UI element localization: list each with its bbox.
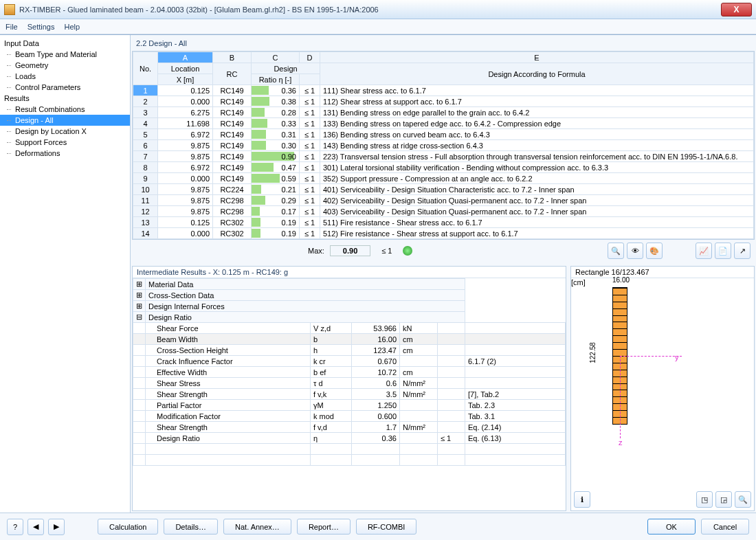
cell-cond[interactable]: ≤ 1 [300, 96, 320, 107]
view1-icon[interactable]: ◳ [696, 491, 713, 508]
cell-ratio[interactable]: 0.90 [252, 151, 300, 162]
sidebar-item[interactable]: Result Combinations [0, 104, 130, 115]
cell-formula[interactable]: 401) Serviceability - Design Situation C… [320, 184, 754, 195]
cell-x[interactable]: 9.875 [158, 206, 213, 217]
cell-cond[interactable]: ≤ 1 [300, 118, 320, 129]
cell-cond[interactable]: ≤ 1 [300, 228, 320, 239]
cell-rc[interactable]: RC298 [213, 195, 252, 206]
cell-x[interactable]: 0.000 [158, 96, 213, 107]
cell-cond[interactable]: ≤ 1 [300, 184, 320, 195]
cell-formula[interactable]: 111) Shear stress acc. to 6.1.7 [320, 85, 754, 96]
tool-view-icon[interactable]: 👁 [627, 243, 643, 259]
cell-formula[interactable]: 223) Transversal tension stress - Full a… [320, 151, 754, 162]
cell-x[interactable]: 0.000 [158, 173, 213, 184]
sidebar-item[interactable]: Support Forces [0, 137, 130, 148]
cell-ratio[interactable]: 0.31 [252, 129, 300, 140]
col-no[interactable]: No. [133, 52, 158, 85]
cell-rc[interactable]: RC149 [213, 96, 252, 107]
tool-color-icon[interactable]: 🎨 [646, 243, 663, 259]
cell-formula[interactable]: 133) Bending stress on tapered edge acc.… [320, 118, 754, 129]
cell-cond[interactable]: ≤ 1 [300, 195, 320, 206]
cell-rc[interactable]: RC302 [213, 228, 252, 239]
calculation-button[interactable]: Calculation [98, 519, 158, 535]
cell-cond[interactable]: ≤ 1 [300, 129, 320, 140]
cell-rc[interactable]: RC149 [213, 129, 252, 140]
menu-settings[interactable]: Settings [27, 23, 55, 31]
cell-formula[interactable]: 512) Fire resistance - Shear stress at s… [320, 228, 754, 239]
cell-x[interactable]: 6.275 [158, 107, 213, 118]
row-num[interactable]: 10 [133, 184, 158, 195]
cell-ratio[interactable]: 0.29 [252, 195, 300, 206]
sidebar-item[interactable]: Geometry [0, 60, 130, 71]
cell-x[interactable]: 9.875 [158, 151, 213, 162]
group-label[interactable]: Material Data [146, 279, 465, 290]
zoom-icon[interactable]: 🔍 [735, 491, 751, 508]
help-icon[interactable]: ? [7, 519, 23, 535]
row-num[interactable]: 14 [133, 228, 158, 239]
tool-graph-icon[interactable]: 📈 [696, 243, 712, 259]
cell-x[interactable]: 6.972 [158, 162, 213, 173]
tree-input[interactable]: Input Data [0, 38, 130, 49]
cell-rc[interactable]: RC298 [213, 206, 252, 217]
cell-formula[interactable]: 131) Bending stress on edge parallel to … [320, 107, 754, 118]
group-label[interactable]: Design Ratio [146, 312, 465, 323]
row-num[interactable]: 13 [133, 217, 158, 228]
cell-cond[interactable]: ≤ 1 [300, 217, 320, 228]
details-button[interactable]: Details… [164, 519, 218, 535]
cell-rc[interactable]: RC149 [213, 162, 252, 173]
cell-rc[interactable]: RC149 [213, 107, 252, 118]
cell-cond[interactable]: ≤ 1 [300, 162, 320, 173]
tool-filter-icon[interactable]: 🔍 [608, 243, 624, 259]
row-num[interactable]: 5 [133, 129, 158, 140]
row-num[interactable]: 7 [133, 151, 158, 162]
close-button[interactable]: X [721, 3, 752, 16]
cell-ratio[interactable]: 0.47 [252, 162, 300, 173]
row-num[interactable]: 4 [133, 118, 158, 129]
cell-formula[interactable]: 301) Lateral torsional stability verific… [320, 162, 754, 173]
cell-rc[interactable]: RC149 [213, 151, 252, 162]
row-num[interactable]: 11 [133, 195, 158, 206]
col-C[interactable]: C [252, 52, 300, 63]
cell-ratio[interactable]: 0.36 [252, 85, 300, 96]
cell-x[interactable]: 0.125 [158, 85, 213, 96]
tool-export-icon[interactable]: ↗ [734, 243, 751, 259]
cell-cond[interactable]: ≤ 1 [300, 206, 320, 217]
cell-rc[interactable]: RC149 [213, 140, 252, 151]
expand-icon[interactable]: ⊞ [133, 301, 146, 312]
ok-button[interactable]: OK [647, 519, 696, 535]
cell-ratio[interactable]: 0.33 [252, 118, 300, 129]
cell-x[interactable]: 0.000 [158, 228, 213, 239]
cell-x[interactable]: 6.972 [158, 129, 213, 140]
row-num[interactable]: 2 [133, 96, 158, 107]
cell-rc[interactable]: RC149 [213, 173, 252, 184]
cell-x[interactable]: 9.875 [158, 184, 213, 195]
cell-formula[interactable]: 112) Shear stress at support acc. to 6.1… [320, 96, 754, 107]
cell-formula[interactable]: 143) Bending stress at ridge cross-secti… [320, 140, 754, 151]
expand-icon[interactable]: ⊞ [133, 279, 146, 290]
group-label[interactable]: Cross-Section Data [146, 290, 465, 301]
cell-formula[interactable]: 402) Serviceability - Design Situation Q… [320, 195, 754, 206]
tool-list-icon[interactable]: 📄 [715, 243, 731, 259]
cell-x[interactable]: 9.875 [158, 195, 213, 206]
cell-cond[interactable]: ≤ 1 [300, 140, 320, 151]
cell-cond[interactable]: ≤ 1 [300, 107, 320, 118]
cell-formula[interactable]: 136) Bending stress on curved beam acc. … [320, 129, 754, 140]
cell-ratio[interactable]: 0.19 [252, 228, 300, 239]
row-num[interactable]: 12 [133, 206, 158, 217]
cell-ratio[interactable]: 0.17 [252, 206, 300, 217]
cell-formula[interactable]: 352) Support pressure - Compression at a… [320, 173, 754, 184]
menu-help[interactable]: Help [64, 23, 80, 31]
cell-cond[interactable]: ≤ 1 [300, 173, 320, 184]
cell-rc[interactable]: RC149 [213, 118, 252, 129]
col-B[interactable]: B [213, 52, 252, 63]
view2-icon[interactable]: ◲ [715, 491, 732, 508]
cell-ratio[interactable]: 0.30 [252, 140, 300, 151]
sidebar-item[interactable]: Design - All [0, 115, 130, 126]
next-icon[interactable]: ▶ [48, 519, 65, 535]
annex-button[interactable]: Nat. Annex… [223, 519, 291, 535]
cell-ratio[interactable]: 0.21 [252, 184, 300, 195]
cell-x[interactable]: 0.125 [158, 217, 213, 228]
report-button[interactable]: Report… [297, 519, 351, 535]
cell-formula[interactable]: 511) Fire resistance - Shear stress acc.… [320, 217, 754, 228]
row-num[interactable]: 3 [133, 107, 158, 118]
